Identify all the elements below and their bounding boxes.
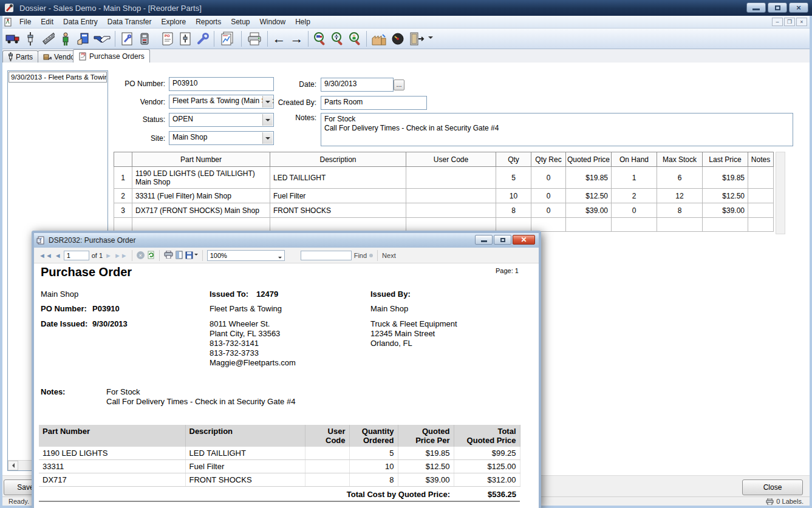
issued-to-label: Issued To: <box>210 290 248 299</box>
prev-page-icon[interactable]: ◄ <box>55 252 61 259</box>
grid-header-part-number[interactable]: Part Number <box>132 152 270 167</box>
report-date-label: Date Issued: <box>41 319 87 328</box>
menu-help[interactable]: Help <box>290 16 315 28</box>
parts-grid[interactable]: Part Number Description User Code Qty Qt… <box>114 152 774 232</box>
company-icon[interactable] <box>369 30 389 47</box>
toolbar-overflow-icon[interactable] <box>427 30 434 47</box>
belt-icon[interactable] <box>39 30 56 47</box>
find-input[interactable] <box>301 251 352 260</box>
grid-row[interactable]: 2 33311 (Fuel Filter) Main Shop Fuel Fil… <box>114 189 774 203</box>
issued-by-name: Truck & Fleet Equipment <box>370 319 457 328</box>
grid-header-description[interactable]: Description <box>270 152 406 167</box>
scroll-left-button[interactable] <box>8 461 18 470</box>
reports-icon[interactable] <box>217 30 239 47</box>
report-maximize-button[interactable] <box>494 235 511 245</box>
report-close-button[interactable]: ✕ <box>513 235 535 245</box>
child-restore-button[interactable]: ❐ <box>784 18 795 26</box>
status-label: Status: <box>109 115 165 124</box>
next-page-icon[interactable]: ► <box>105 252 112 259</box>
print-icon[interactable] <box>244 30 265 47</box>
menu-window[interactable]: Window <box>255 16 291 28</box>
menu-data-transfer[interactable]: Data Transfer <box>103 16 157 28</box>
issued-to-addr2: Plant City, FL 33563 <box>210 329 280 338</box>
menu-explore[interactable]: Explore <box>156 16 191 28</box>
print-layout-icon[interactable] <box>176 251 183 260</box>
close-po-button[interactable]: Close <box>742 479 803 495</box>
find-button[interactable]: Find <box>354 252 367 259</box>
find-truck-icon[interactable] <box>311 30 329 47</box>
vendor-combo-arrow-icon[interactable] <box>262 96 273 107</box>
menu-setup[interactable]: Setup <box>226 16 254 28</box>
forward-arrow-icon[interactable]: → <box>288 30 305 47</box>
restore-button[interactable] <box>768 2 787 13</box>
find-dot-icon <box>369 254 373 257</box>
report-viewer-toolbar: ◄◄ ◄ 1 of 1 ► ►► × 100% <box>34 248 539 263</box>
refresh-icon[interactable] <box>147 251 155 260</box>
po-list-item[interactable]: 9/30/2013 - Fleet Parts & Towin <box>9 72 107 83</box>
grid-header-last-price[interactable]: Last Price <box>703 152 748 167</box>
child-minimize-button[interactable]: – <box>772 18 783 26</box>
grid-header-qty-rec[interactable]: Qty Rec <box>531 152 566 167</box>
grid-header-max-stock[interactable]: Max Stock <box>657 152 703 167</box>
export-icon[interactable] <box>185 251 198 259</box>
child-window-icon <box>4 18 12 27</box>
menu-reports[interactable]: Reports <box>191 16 226 28</box>
first-page-icon[interactable]: ◄◄ <box>39 252 52 259</box>
site-combo[interactable]: Main Shop <box>169 131 274 145</box>
report-minimize-button[interactable] <box>475 235 493 245</box>
site-combo-arrow-icon[interactable] <box>262 132 273 144</box>
app-logo-icon <box>4 2 15 13</box>
status-text: Ready. <box>9 498 29 505</box>
work-order-icon[interactable] <box>118 30 135 47</box>
status-combo-arrow-icon[interactable] <box>262 114 273 126</box>
grid-header-notes[interactable]: Notes <box>748 152 774 167</box>
tab-parts[interactable]: Parts <box>2 50 38 63</box>
last-page-icon[interactable]: ►► <box>114 252 128 259</box>
po-number-input[interactable]: P03910 <box>169 77 274 91</box>
grid-row[interactable]: 3 DX717 (FRONT SHOCKS) Main Shop FRONT S… <box>114 203 774 218</box>
grid-header-qty[interactable]: Qty <box>496 152 531 167</box>
menu-file[interactable]: File <box>15 16 36 28</box>
status-combo[interactable]: OPEN <box>169 113 274 127</box>
grid-vscrollbar[interactable] <box>776 152 785 234</box>
page-number-input[interactable]: 1 <box>64 251 89 260</box>
find-vendor-icon[interactable] <box>346 30 364 47</box>
wrench-icon[interactable] <box>194 30 211 47</box>
menu-edit[interactable]: Edit <box>36 16 58 28</box>
grid-header-user-code[interactable]: User Code <box>406 152 496 167</box>
vendor-person-icon[interactable] <box>56 30 74 47</box>
grid-row-empty[interactable] <box>114 218 774 232</box>
vendor-combo[interactable]: Fleet Parts & Towing (Main Sho <box>169 95 274 109</box>
report-print-icon[interactable] <box>164 251 173 260</box>
back-arrow-icon[interactable]: ← <box>270 30 288 47</box>
stop-icon[interactable]: × <box>137 251 145 259</box>
part-document-icon[interactable] <box>176 30 194 47</box>
grid-header-quoted-price[interactable]: Quoted Price <box>566 152 612 167</box>
spark-plug-icon[interactable] <box>21 30 39 47</box>
find-next-button[interactable]: Next <box>382 252 396 259</box>
created-by-label: Created By: <box>276 98 316 107</box>
notes-textarea[interactable]: For Stock Call For Delivery Times - Chec… <box>321 113 793 146</box>
grid-header-on-hand[interactable]: On Hand <box>612 152 657 167</box>
date-browse-button[interactable]: ... <box>394 80 404 90</box>
tab-purchase-orders[interactable]: PO Purchase Orders <box>73 49 150 63</box>
zoom-select[interactable]: 100% <box>207 250 285 261</box>
purchase-order-icon[interactable]: PO <box>159 30 176 47</box>
child-close-button[interactable]: × <box>796 18 807 26</box>
catalog-icon[interactable] <box>74 30 92 47</box>
date-input[interactable]: 9/30/2013 <box>321 78 394 92</box>
close-button[interactable]: × <box>789 2 808 13</box>
exit-icon[interactable] <box>406 30 427 47</box>
fuel-pump-icon[interactable] <box>135 30 153 47</box>
issued-to-phone2: 813-732-3733 <box>210 348 259 357</box>
created-by-input[interactable]: Parts Room <box>321 96 427 110</box>
gauge-icon[interactable] <box>389 30 406 47</box>
truck-icon[interactable] <box>4 30 21 47</box>
handshake-icon[interactable] <box>92 30 112 47</box>
menu-data-entry[interactable]: Data Entry <box>58 16 103 28</box>
report-title-bar[interactable]: DSR2032: Purchase Order ✕ <box>34 233 539 248</box>
minimize-button[interactable] <box>746 2 766 13</box>
report-notes-label: Notes: <box>41 387 65 396</box>
find-part-icon[interactable] <box>329 30 346 47</box>
grid-row[interactable]: 1 1190 LED LIGHTS (LED TAILLIGHT) Main S… <box>114 167 774 189</box>
